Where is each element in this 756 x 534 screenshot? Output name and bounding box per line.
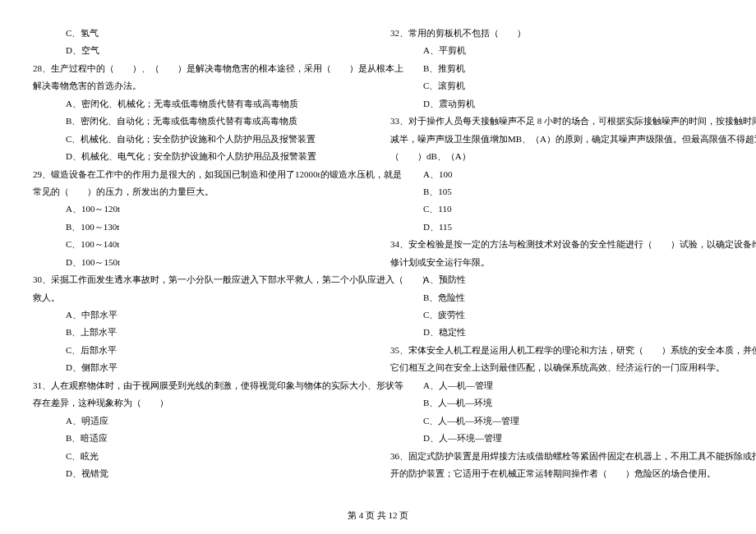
q34-opt-d: D、稳定性 [390, 324, 723, 341]
q29-stem-2: 常见的（ ）的压力，所发出的力量巨大。 [33, 183, 366, 200]
q31-stem-2: 存在差异，这种现象称为（ ） [33, 394, 366, 412]
q33-opt-a: A、100 [390, 166, 723, 183]
q30-opt-a: A、中部水平 [33, 306, 366, 324]
right-column: 32、常用的剪板机不包括（ ） A、平剪机 B、推剪机 C、滚剪机 D、震动剪机… [390, 25, 723, 501]
q36-stem-1: 36、固定式防护装置是用焊接方法或借助螺栓等紧固件固定在机器上，不用工具不能拆除… [390, 448, 723, 465]
q34-stem-1: 34、安全检验是按一定的方法与检测技术对设备的安全性能进行（ ）试验，以确定设备… [390, 236, 723, 253]
page-footer: 第 4 页 共 12 页 [0, 507, 756, 524]
q35-stem-2: 它们相互之间在安全上达到最佳匹配，以确保系统高效、经济运行的一门应用科学。 [390, 359, 723, 376]
q29-opt-a: A、100～120t [33, 200, 366, 218]
q32-opt-c: C、滚剪机 [390, 77, 723, 94]
q28-stem-1: 28、生产过程中的（ ）、（ ）是解决毒物危害的根本途径，采用（ ）是从根本上 [33, 60, 366, 77]
q29-opt-c: C、100～140t [33, 236, 366, 253]
q32-opt-b: B、推剪机 [390, 60, 723, 77]
q31-opt-c: C、眩光 [33, 448, 366, 465]
q28-opt-b: B、密闭化、自动化；无毒或低毒物质代替有毒或高毒物质 [33, 113, 366, 130]
q31-opt-d: D、视错觉 [33, 465, 366, 482]
q34-opt-b: B、危险性 [390, 289, 723, 306]
q32-opt-a: A、平剪机 [390, 42, 723, 59]
q33-opt-c: C、110 [390, 200, 723, 218]
q27-opt-c: C、氢气 [33, 25, 366, 42]
q31-opt-a: A、明适应 [33, 412, 366, 430]
q29-opt-d: D、100～150t [33, 254, 366, 271]
q34-opt-a: A、预防性 [390, 271, 723, 288]
q34-stem-2: 修计划或安全运行年限。 [390, 254, 723, 271]
q28-stem-2: 解决毒物危害的首选办法。 [33, 77, 366, 94]
q29-stem-1: 29、锻造设备在工作中的作用力是很大的，如我国已制造和使用了12000t的锻造水… [33, 166, 366, 183]
q35-opt-d: D、人—环境—管理 [390, 430, 723, 447]
q34-opt-c: C、疲劳性 [390, 306, 723, 324]
q32-opt-d: D、震动剪机 [390, 95, 723, 113]
q35-opt-c: C、人—机—环境—管理 [390, 412, 723, 430]
q28-opt-a: A、密闭化、机械化；无毒或低毒物质代替有毒或高毒物质 [33, 95, 366, 113]
q30-opt-d: D、侧部水平 [33, 359, 366, 376]
q29-opt-b: B、100～130t [33, 219, 366, 236]
q33-stem-2: 减半，噪声声级卫生限值增加MB、（A）的原则，确定其噪声声级限值。但最高限值不得… [390, 131, 723, 148]
q35-opt-a: A、人—机—管理 [390, 377, 723, 394]
q35-stem-1: 35、宋体安全人机工程是运用人机工程学的理论和方法，研究（ ）系统的安全本质，并… [390, 342, 723, 359]
q30-opt-c: C、后部水平 [33, 342, 366, 359]
q30-stem-1: 30、采掘工作面发生透水事故时，第一小分队一般应进入下部水平救人，第二个小队应进… [33, 271, 366, 288]
left-column: C、氢气 D、空气 28、生产过程中的（ ）、（ ）是解决毒物危害的根本途径，采… [33, 25, 366, 501]
q33-opt-d: D、115 [390, 219, 723, 236]
q36-stem-2: 开的防护装置；它适用于在机械正常运转期间操作者（ ）危险区的场合使用。 [390, 465, 723, 482]
q28-opt-c: C、机械化、自动化；安全防护设施和个人防护用品及报警装置 [33, 131, 366, 148]
q30-opt-b: B、上部水平 [33, 324, 366, 341]
q28-opt-d: D、机械化、电气化；安全防护设施和个人防护用品及报警装置 [33, 148, 366, 165]
q35-opt-b: B、人—机—环境 [390, 394, 723, 412]
q33-opt-b: B、105 [390, 183, 723, 200]
q33-stem-1: 33、对于操作人员每天接触噪声不足 8 小时的场合，可根据实际接触噪声的时间，按… [390, 113, 723, 130]
q32-stem: 32、常用的剪板机不包括（ ） [390, 25, 723, 42]
q31-stem-1: 31、人在观察物体时，由于视网膜受到光线的刺激，使得视觉印象与物体的实际大小、形… [33, 377, 366, 394]
q30-stem-2: 救人。 [33, 289, 366, 306]
q27-opt-d: D、空气 [33, 42, 366, 59]
q33-stem-3: （ ）dB、（A） [390, 148, 723, 165]
q31-opt-b: B、暗适应 [33, 430, 366, 447]
